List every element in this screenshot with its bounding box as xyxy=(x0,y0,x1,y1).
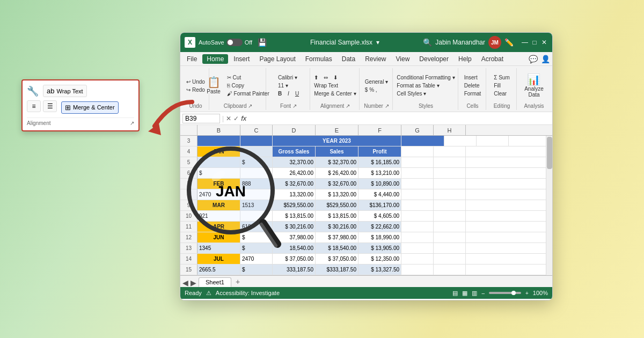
cell-c11[interactable]: 618 xyxy=(240,222,273,232)
underline-button[interactable]: U xyxy=(293,90,301,97)
cell-sales[interactable]: Sales xyxy=(316,146,358,157)
cell-h14[interactable] xyxy=(434,254,466,264)
save-icon[interactable]: 💾 xyxy=(258,38,267,47)
cell-h8[interactable] xyxy=(434,189,466,200)
cancel-formula-icon[interactable]: ✕ xyxy=(226,115,231,122)
cell-e13[interactable]: $ 18,540.00 xyxy=(316,243,358,253)
cell-g5[interactable] xyxy=(401,157,434,167)
expand-icon[interactable]: ↗ xyxy=(130,120,134,126)
cell-c4[interactable] xyxy=(240,146,273,157)
minimize-button[interactable]: — xyxy=(521,39,529,46)
cell-f10[interactable]: $ 4,605.00 xyxy=(358,211,401,221)
menu-help[interactable]: Help xyxy=(454,54,476,64)
cell-g8[interactable] xyxy=(401,189,434,200)
cell-d11[interactable]: $ 30,216.00 xyxy=(273,222,316,232)
cell-h6[interactable] xyxy=(434,168,466,178)
cell-f13[interactable]: $ 13,905.00 xyxy=(358,243,401,253)
page-break-icon[interactable]: ▥ xyxy=(472,290,477,297)
cell-d13[interactable]: 18,540.00 xyxy=(273,243,316,253)
cell-g9[interactable] xyxy=(401,200,434,210)
wrap-text-button[interactable]: ab Wrap Text xyxy=(43,85,87,97)
cell-c3[interactable] xyxy=(240,136,273,146)
cell-b15[interactable]: 2665.5 xyxy=(197,264,240,275)
cell-g13[interactable] xyxy=(401,243,434,253)
vertical-scrollbar[interactable] xyxy=(546,136,552,275)
cell-f15[interactable]: $ 13,327.50 xyxy=(358,264,401,275)
number-format-button[interactable]: General ▾ xyxy=(363,78,390,85)
col-header-d[interactable]: D xyxy=(273,125,316,135)
cell-c13[interactable]: $ xyxy=(240,243,273,253)
cell-c15[interactable]: $ xyxy=(240,264,273,275)
cell-e5[interactable]: $ 32,370.00 xyxy=(316,157,358,167)
zoom-slider[interactable] xyxy=(489,292,521,294)
wrap-text-ribbon-button[interactable]: Wrap Text xyxy=(312,82,358,89)
cell-b5[interactable] xyxy=(197,157,240,167)
cell-f9[interactable]: $136,170.00 xyxy=(358,200,401,210)
cell-c10[interactable] xyxy=(240,211,273,221)
align-bottom-button[interactable]: ⬇ xyxy=(331,74,340,81)
align-top-button[interactable]: ⬆ xyxy=(312,74,320,81)
cut-button[interactable]: ✂ Cut xyxy=(225,74,272,81)
scrollbar-thumb[interactable] xyxy=(547,137,552,169)
cell-g4[interactable] xyxy=(401,146,434,157)
maximize-button[interactable]: □ xyxy=(531,39,538,46)
cell-jun[interactable]: JUN xyxy=(197,232,240,243)
cell-c5[interactable]: $ xyxy=(240,157,273,167)
page-layout-icon[interactable]: ▦ xyxy=(462,290,467,297)
sheet-nav-left[interactable]: ◀ xyxy=(182,278,188,287)
cell-e15[interactable]: $333,187.50 xyxy=(316,264,358,275)
cell-f7[interactable]: $ 10,890.00 xyxy=(358,179,401,189)
cell-d14[interactable]: $ 37,050.00 xyxy=(273,254,316,264)
zoom-in-icon[interactable]: + xyxy=(525,290,529,296)
menu-developer[interactable]: Developer xyxy=(415,54,453,64)
cell-c8[interactable]: $ xyxy=(240,189,273,200)
sheet-nav-right[interactable]: ▶ xyxy=(191,278,196,287)
close-button[interactable]: ✕ xyxy=(540,39,548,46)
cell-g7[interactable] xyxy=(401,179,434,189)
format-cells-button[interactable]: Format xyxy=(462,90,484,97)
cell-g15[interactable] xyxy=(401,264,434,275)
currency-button[interactable]: $ % , xyxy=(363,86,390,93)
cell-gross-sales[interactable]: Gross Sales xyxy=(273,146,316,157)
font-selector[interactable]: Calibri ▾ xyxy=(276,74,301,81)
cell-f3[interactable] xyxy=(401,136,444,146)
analyze-data-button[interactable]: 📊 AnalyzeData xyxy=(522,73,546,99)
cell-e7[interactable]: $ 32,670.00 xyxy=(316,179,358,189)
cell-d10[interactable]: $ 13,815.00 xyxy=(273,211,316,221)
cell-year-2023[interactable]: YEAR 2023 xyxy=(273,136,401,146)
accessibility-label[interactable]: Accessibility: Investigate xyxy=(216,290,280,296)
menu-formulas[interactable]: Formulas xyxy=(301,54,336,64)
col-header-b[interactable]: B xyxy=(197,125,240,135)
edit-icon[interactable]: ✏️ xyxy=(504,38,514,47)
cell-h11[interactable] xyxy=(434,222,466,232)
paste-button[interactable]: 📋 Paste xyxy=(204,76,223,95)
cell-g12[interactable] xyxy=(401,232,434,243)
fill-button[interactable]: Fill xyxy=(492,82,512,89)
sum-button[interactable]: Σ Sum xyxy=(492,74,512,81)
menu-data[interactable]: Data xyxy=(338,54,360,64)
format-table-button[interactable]: Format as Table ▾ xyxy=(394,82,457,89)
cell-g10[interactable] xyxy=(401,211,434,221)
cell-e9[interactable]: $529,550.00 xyxy=(316,200,358,210)
cell-h13[interactable] xyxy=(434,243,466,253)
menu-file[interactable]: File xyxy=(182,54,201,64)
menu-page-layout[interactable]: Page Layout xyxy=(255,54,299,64)
menu-insert[interactable]: Insert xyxy=(229,54,254,64)
cell-b8[interactable]: 2470 xyxy=(197,189,240,200)
align-center-icon[interactable]: ☰ xyxy=(43,100,57,112)
cell-jul[interactable]: JUL xyxy=(197,254,240,264)
menu-view[interactable]: View xyxy=(392,54,414,64)
confirm-formula-icon[interactable]: ✓ xyxy=(233,115,239,122)
merge-center-ribbon-button[interactable]: Merge & Center ▾ xyxy=(312,90,358,97)
cell-d7[interactable]: $ 32,670.00 xyxy=(273,179,316,189)
cell-styles-button[interactable]: Cell Styles ▾ xyxy=(394,90,457,97)
cell-f6[interactable]: $ 13,210.00 xyxy=(358,168,401,178)
cell-jan[interactable]: JAN xyxy=(197,146,240,157)
cell-h5[interactable] xyxy=(434,157,466,167)
col-header-e[interactable]: E xyxy=(316,125,358,135)
align-left-icon[interactable]: ≡ xyxy=(27,100,41,112)
cell-d9[interactable]: $529,550.00 xyxy=(273,200,316,210)
dropdown-arrow[interactable]: ▾ xyxy=(376,39,379,46)
menu-home[interactable]: Home xyxy=(202,54,228,64)
cell-g3[interactable] xyxy=(444,136,477,146)
